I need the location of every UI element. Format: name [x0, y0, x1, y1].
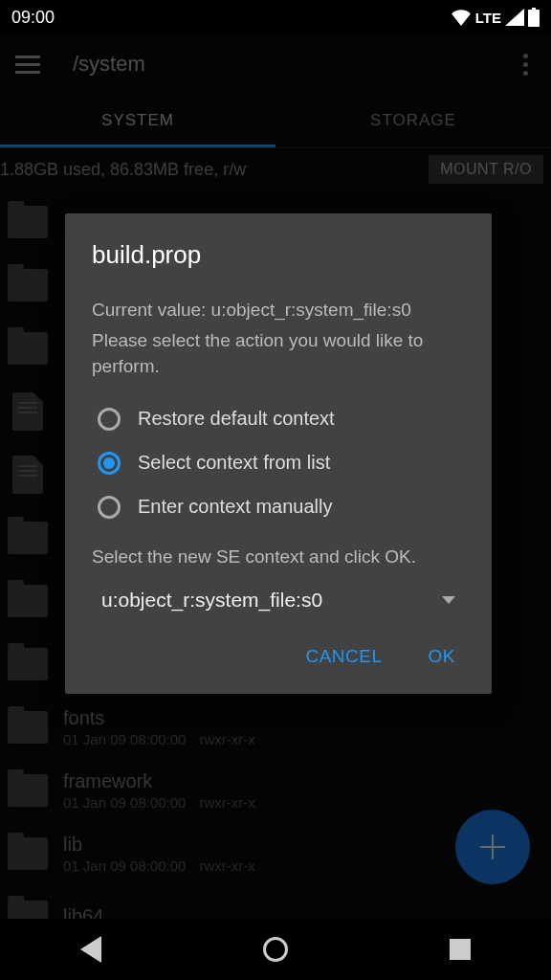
cancel-button[interactable]: CANCEL [299, 638, 387, 675]
svg-rect-1 [532, 8, 536, 10]
radio-option[interactable]: Restore default context [98, 397, 465, 441]
dialog-actions: CANCEL OK [92, 631, 465, 679]
wifi-icon [451, 9, 472, 26]
radio-option[interactable]: Enter context manually [98, 485, 465, 529]
dialog-current-value: Current value: u:object_r:system_file:s0 [92, 297, 465, 323]
chevron-down-icon [442, 596, 455, 604]
radio-option[interactable]: Select context from list [98, 441, 465, 485]
svg-rect-0 [528, 10, 540, 27]
signal-icon [505, 9, 524, 26]
dialog-instruction: Please select the action you would like … [92, 327, 465, 380]
radio-icon [98, 452, 121, 475]
dialog-title: build.prop [92, 240, 465, 270]
back-button[interactable] [80, 936, 101, 963]
ok-button[interactable]: OK [423, 638, 461, 675]
battery-icon [528, 8, 540, 27]
status-icons: LTE [451, 8, 540, 27]
home-button[interactable] [263, 937, 288, 962]
radio-icon [98, 496, 121, 519]
status-time: 09:00 [11, 8, 55, 28]
radio-label: Enter context manually [138, 496, 332, 518]
context-dropdown[interactable]: u:object_r:system_file:s0 [92, 581, 465, 619]
radio-icon [98, 408, 121, 431]
selinux-dialog: build.prop Current value: u:object_r:sys… [65, 213, 492, 694]
radio-group: Restore default contextSelect context fr… [98, 397, 465, 529]
add-fab[interactable] [455, 810, 530, 884]
radio-label: Restore default context [138, 408, 335, 430]
select-hint: Select the new SE context and click OK. [92, 546, 465, 568]
navigation-bar [0, 919, 551, 980]
network-type: LTE [475, 10, 501, 26]
radio-label: Select context from list [138, 452, 330, 474]
status-bar: 09:00 LTE [0, 0, 551, 34]
recent-button[interactable] [450, 939, 471, 960]
dropdown-value: u:object_r:system_file:s0 [101, 589, 322, 612]
